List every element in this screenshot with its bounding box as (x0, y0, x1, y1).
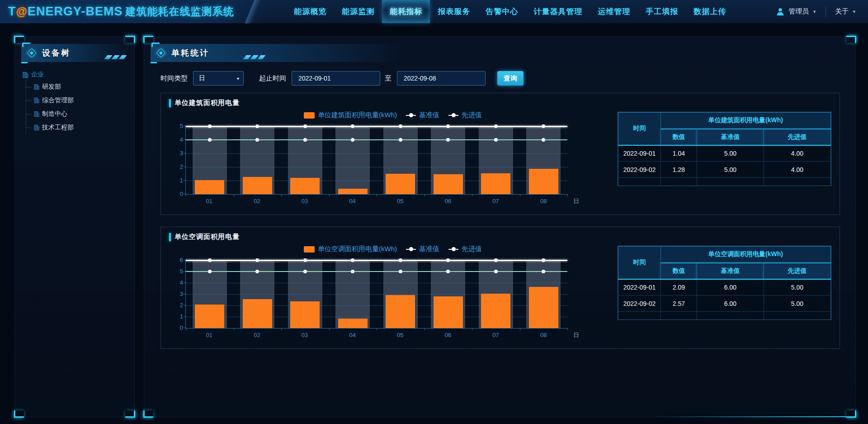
user-menu[interactable]: 管理员 (788, 7, 809, 16)
title-accent-bar (169, 99, 171, 107)
x-tick (567, 194, 568, 196)
chart-legend: 单位空调面积用电量(kWh)基准值先进值 (187, 245, 599, 253)
col-header: 数值 (661, 129, 697, 145)
background-column (335, 127, 370, 194)
table-row-partial (618, 178, 831, 186)
x-axis-label: 01 (185, 332, 233, 338)
x-tick (567, 328, 568, 330)
logo-at-icon: @ (16, 5, 27, 18)
data-table: 时间单位空调面积用电量(kWh)数值基准值先进值2022-09-012.096.… (618, 246, 831, 320)
legend-item[interactable]: 先进值 (448, 245, 482, 253)
legend-dot (409, 247, 413, 251)
chevron-down-icon[interactable]: ▼ (852, 10, 856, 14)
x-axis-label: 02 (233, 198, 281, 205)
nav-item-5[interactable]: 计量器具管理 (526, 0, 590, 23)
line-dot (399, 270, 402, 273)
navbar-right: 管理员 ▼ 关于 ▼ (776, 6, 868, 17)
corner-bracket (14, 410, 24, 418)
table-cell: 2022-09-02 (618, 295, 661, 312)
tree-item-label: 技术工程部 (42, 124, 74, 132)
end-date-input[interactable] (397, 71, 486, 86)
x-axis-label: 08 (519, 198, 567, 205)
x-axis-unit: 日 (573, 197, 579, 205)
legend-swatch-line (406, 249, 416, 250)
legend-label: 单位空调面积用电量(kWh) (318, 245, 397, 253)
legend-label: 基准值 (419, 111, 439, 119)
plot-area: 012345日 (185, 127, 567, 195)
x-axis-label: 08 (519, 332, 567, 338)
app-title: 建筑能耗在线监测系统 (125, 5, 234, 19)
divider (826, 6, 826, 17)
building-icon (33, 111, 40, 117)
data-table: 时间单位建筑面积用电量(kWh)数值基准值先进值2022-09-011.045.… (618, 112, 831, 186)
query-button[interactable]: 查询 (497, 71, 524, 86)
line-dot (208, 258, 212, 262)
nav-item-6[interactable]: 运维管理 (590, 0, 638, 23)
header-corner-decor (151, 43, 160, 47)
y-axis-label: 5 (171, 268, 183, 275)
bar (434, 174, 463, 194)
x-axis-label: 03 (281, 198, 329, 205)
legend-item[interactable]: 单位空调面积用电量(kWh) (304, 245, 397, 253)
table-cell: 5.00 (697, 145, 764, 162)
gridline (186, 167, 567, 167)
nav-item-7[interactable]: 手工填报 (638, 0, 686, 23)
table-cell: 2.57 (661, 295, 697, 312)
section-title-row: 单位建筑面积用电量 (169, 99, 831, 107)
legend-swatch-bar (304, 112, 315, 119)
about-menu[interactable]: 关于 (835, 7, 849, 16)
header-underline-decor (151, 62, 157, 63)
nav-item-3[interactable]: 报表服务 (430, 0, 478, 23)
tree-item-2[interactable]: 制造中心 (26, 107, 130, 121)
y-axis-label: 6 (171, 257, 183, 264)
x-axis-labels: 0102030405060708 (185, 332, 567, 338)
tree-item-3[interactable]: 技术工程部 (26, 121, 130, 134)
x-tick (186, 194, 186, 196)
tree-item-1[interactable]: 综合管理部 (26, 94, 130, 107)
x-axis-label: 06 (424, 198, 472, 205)
bar (195, 305, 224, 328)
corner-bracket (846, 36, 856, 43)
sidebar-header: 设备树 (21, 44, 128, 62)
corner-bracket (125, 410, 135, 418)
legend-label: 单位建筑面积用电量(kWh) (318, 111, 397, 119)
bar (290, 178, 320, 194)
x-tick (281, 328, 282, 330)
filter-bar: 时间类型 日 ▾ 起止时间 至 查询 (160, 71, 855, 86)
table-ac-area: 时间单位空调面积用电量(kWh)数值基准值先进值2022-09-012.096.… (618, 246, 831, 338)
range-label: 起止时间 (259, 74, 286, 83)
table-cell (618, 312, 661, 320)
tree-item-root[interactable]: 企业 (22, 69, 130, 80)
x-axis-label: 05 (377, 332, 425, 338)
legend-dot (409, 113, 413, 117)
header-bg (21, 44, 128, 62)
table-cell: 1.28 (661, 162, 697, 178)
user-icon (776, 7, 785, 16)
bar (290, 301, 320, 328)
nav-item-8[interactable]: 数据上传 (686, 0, 734, 23)
legend-item[interactable]: 基准值 (406, 245, 439, 253)
tree-children: 研发部综合管理部制造中心技术工程部 (26, 80, 130, 134)
gridline (186, 153, 567, 154)
chevron-down-icon[interactable]: ▼ (812, 10, 816, 14)
nav-item-1[interactable]: 能源监测 (334, 0, 382, 23)
tree-item-0[interactable]: 研发部 (26, 80, 130, 94)
line-dot (303, 270, 307, 273)
nav-item-2[interactable]: 能耗指标 (382, 0, 430, 23)
table-cell: 4.00 (764, 145, 830, 162)
time-type-select[interactable]: 日 ▾ (193, 71, 244, 86)
legend-item[interactable]: 单位建筑面积用电量(kWh) (304, 111, 397, 119)
tree-item-label: 综合管理部 (42, 96, 74, 105)
header-corner-decor (22, 43, 30, 47)
line-dot (303, 138, 307, 142)
nav-item-4[interactable]: 告警中心 (478, 0, 526, 23)
legend-item[interactable]: 先进值 (448, 111, 482, 119)
chevron-down-icon: ▾ (237, 76, 239, 81)
table-cell (661, 178, 697, 186)
bar (481, 173, 510, 194)
y-axis-label: 0 (171, 191, 183, 198)
nav-item-0[interactable]: 能源概览 (286, 0, 334, 23)
bar-slot (281, 127, 329, 194)
legend-item[interactable]: 基准值 (406, 111, 439, 119)
start-date-input[interactable] (292, 71, 380, 86)
